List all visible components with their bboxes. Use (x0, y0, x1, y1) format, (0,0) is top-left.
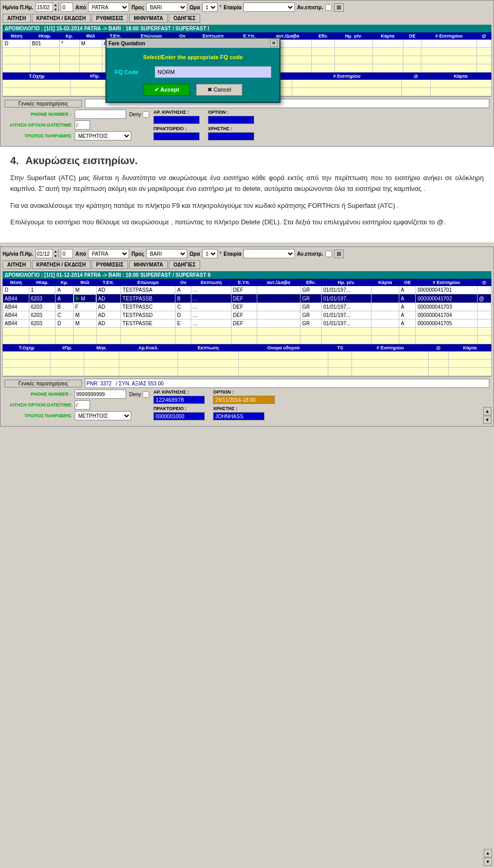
tab-minimata[interactable]: ΜΗΝΥΜΑΤΑ (129, 14, 168, 23)
cell2-karta (372, 320, 399, 328)
spin-down[interactable]: ▼ (53, 7, 59, 12)
tab-kratisi-2[interactable]: ΚΡΑΤΗΣΗ / ΕΚΔΟΣΗ (32, 260, 91, 269)
phone-input-2[interactable] (75, 389, 126, 399)
general-body-2: PHONE NUMBER : Deny ΑΙΤΗΣΗ OPTION DATE/T… (5, 389, 489, 422)
scroll-down-button-2[interactable]: ▼ (483, 416, 491, 424)
anepistrofi-checkbox-2[interactable] (325, 251, 332, 257)
b2col-eisit: # Εισιτηρίου (352, 345, 429, 351)
date-value[interactable] (36, 5, 52, 10)
table-row-empty (3, 328, 491, 336)
num-input[interactable] (61, 3, 73, 12)
cell2-hmgen: 01/01/197... (322, 286, 372, 294)
company-select-2[interactable] (243, 249, 295, 258)
table-row[interactable]: AB44 6203 C M AD TESTPASSD D ... DEF GR … (3, 311, 491, 320)
app-section-2: Ημ/νία Π.Ημ. ▲ ▼ Από PATRA Προς BARI Ωρα… (0, 246, 494, 427)
cancel-button[interactable]: ✖ Cancel (196, 84, 242, 96)
table-row[interactable]: AB44 6203 D M AD TESTPASSE E ... DEF GR … (3, 320, 491, 328)
general-notes-input-2[interactable] (85, 379, 489, 388)
paragraph-2: Για να ανακαλέσουμε την κράτηση πατάμε τ… (10, 201, 484, 211)
scroll-up-button-2[interactable]: ▲ (483, 407, 491, 415)
from-select-2[interactable]: PATRA (88, 249, 129, 258)
general-title-button[interactable]: Γενικές παρατηρήσεις (5, 100, 82, 108)
accept-button[interactable]: ✔ Accept (144, 84, 190, 96)
header-row-2: Ημ/νία Π.Ημ. ▲ ▼ Από PATRA Προς BARI Ωρα… (3, 249, 491, 258)
deny-checkbox-2[interactable] (143, 391, 149, 398)
spin-up-2[interactable]: ▲ (53, 249, 59, 254)
spin-up[interactable]: ▲ (53, 3, 59, 7)
cell2-kr: B (56, 303, 74, 311)
xristis-value (208, 132, 254, 140)
to-select[interactable]: BARI (146, 3, 187, 12)
b2col-mhk: Μηκ. (84, 345, 119, 351)
phone-input[interactable] (75, 110, 126, 119)
cell2-thesi: AB44 (3, 311, 29, 320)
cell2-fyl: M (74, 311, 96, 320)
col-oe: ΟΕ (403, 33, 421, 40)
cell-eisit (421, 40, 477, 48)
xristis-label: ΧΡΗΣΤΗΣ : (208, 126, 254, 131)
to-select-2[interactable]: BARI (146, 249, 187, 258)
option-date-input[interactable] (75, 120, 90, 130)
cell2-fyl: F (74, 303, 96, 311)
cell2-karta (372, 303, 399, 311)
deny-checkbox[interactable] (143, 111, 149, 118)
cell2-ethn: GR (301, 294, 322, 303)
cell2-kr: A (56, 286, 74, 294)
general-title-button-2[interactable]: Γενικές παρατηρήσεις (5, 380, 82, 387)
cell2-oe: A (399, 320, 416, 328)
modal-fq-input[interactable] (155, 66, 271, 78)
time-label-2: Ωρα (189, 251, 200, 257)
tab-rythmiseis-2[interactable]: ΡΥΘΜΙΣΕΙΣ (92, 260, 128, 269)
spin-down-2[interactable]: ▼ (53, 254, 59, 258)
phone-row: PHONE NUMBER : Deny (5, 110, 149, 119)
modal-close-button[interactable]: ✕ (270, 40, 277, 47)
tab-kratisi[interactable]: ΚΡΑΤΗΣΗ / ΕΚΔΟΣΗ (32, 14, 91, 23)
cell2-eyp: DEF (231, 320, 257, 328)
payment-select-2[interactable]: ΜΕΤΡΗΤΟΙΣ (75, 411, 131, 420)
tab-aitisi-2[interactable]: ΑΙΤΗΣΗ (3, 260, 31, 269)
table-row[interactable]: AB44 6203 B F AD TESTPASSC C ... DEF GR … (3, 303, 491, 311)
col-hmgen: Ημ. γέν. (335, 33, 373, 40)
cell2-ekpt: ... (191, 286, 232, 294)
num-input-2[interactable] (61, 249, 73, 258)
date-input-2[interactable]: ▲ ▼ (36, 249, 59, 258)
cell2-eponymo: TESTPASSA (121, 286, 175, 294)
heading-num: 4. (10, 155, 19, 166)
payment-row: ΤΡΟΠΟΣ ΠΛΗΡΩΜΗΣ ΜΕΤΡΗΤΟΙΣ (5, 131, 149, 140)
option-right-value (208, 116, 254, 124)
option-right-value-2: 29/11/2014-18:00 (213, 396, 275, 404)
from-select[interactable]: PATRA (88, 3, 129, 12)
time-select[interactable]: ‡ (202, 3, 218, 12)
anepistrofi-checkbox[interactable] (325, 4, 332, 11)
col2-hmgen: Ημ. γέν. (322, 279, 372, 286)
tab-odigies-2[interactable]: ΟΔΗΓΙΕΣ (169, 260, 200, 269)
icon-button[interactable]: ⊠ (334, 3, 344, 12)
modal-prompt: Select/Enter the appropriate FQ code (115, 54, 271, 60)
tab-minimata-2[interactable]: ΜΗΝΥΜΑΤΑ (129, 260, 168, 269)
tab-aitisi[interactable]: ΑΙΤΗΣΗ (3, 14, 31, 23)
cell2-fyl: M (74, 286, 96, 294)
col2-karta: Κάρτα (372, 279, 399, 286)
payment-select[interactable]: ΜΕΤΡΗΤΟΙΣ (75, 131, 131, 140)
time-select-2[interactable]: ‡ (202, 249, 218, 258)
date-value-2[interactable] (36, 251, 52, 257)
cell2-aft (257, 303, 301, 311)
cell2-thesi: D (3, 286, 29, 294)
cell2-eyp: DEF (231, 303, 257, 311)
phone-label-2: PHONE NUMBER : (5, 392, 72, 397)
col2-oe: ΟΕ (399, 279, 416, 286)
option-date-input-2[interactable] (75, 400, 90, 410)
cell2-on: E (175, 320, 191, 328)
col2-thesi: Θέση (3, 279, 29, 286)
company-select[interactable] (243, 3, 295, 12)
cell2-eisit: 000000041702 (416, 294, 477, 303)
table-row[interactable]: D 1 A M AD TESTPASSA A ... DEF GR 01/01/… (3, 286, 491, 294)
icon-button-2[interactable]: ⊠ (334, 250, 344, 258)
table-row[interactable]: AB44 6203 A M AD TESTPASSB B ... DEF GR … (3, 294, 491, 303)
cell2-thesi: AB44 (3, 294, 29, 303)
payment-label: ΤΡΟΠΟΣ ΠΛΗΡΩΜΗΣ (5, 133, 72, 138)
tab-odigies[interactable]: ΟΔΗΓΙΕΣ (169, 14, 200, 23)
deny-checkbox-group-2: Deny (129, 391, 149, 398)
date-input[interactable]: ▲ ▼ (36, 3, 59, 12)
tab-rythmiseis[interactable]: ΡΥΘΜΙΣΕΙΣ (92, 14, 128, 23)
